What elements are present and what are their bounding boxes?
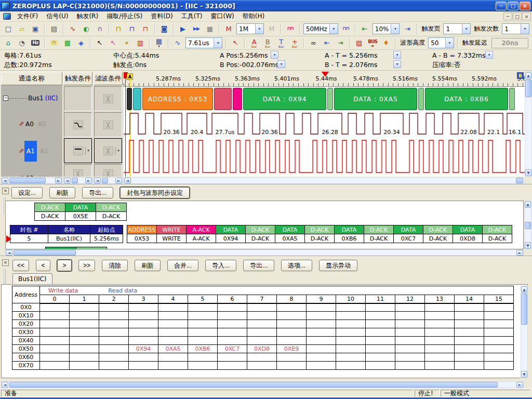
- memory-cell[interactable]: [336, 353, 366, 362]
- pulse-trigger-icon[interactable]: ⊓: [126, 23, 138, 35]
- memory-cell[interactable]: 0XC7: [218, 345, 247, 353]
- memory-cell[interactable]: [484, 312, 514, 320]
- clear-button[interactable]: 清除: [102, 260, 128, 271]
- channel-label[interactable]: A2: [25, 175, 34, 177]
- memory-cell[interactable]: [99, 312, 129, 320]
- icon-dropdown-arrow[interactable]: ▾: [158, 45, 159, 48]
- memory-cell[interactable]: 0XD8: [247, 345, 277, 353]
- memory-cell[interactable]: [158, 303, 188, 312]
- width-trigger-icon[interactable]: ⊓: [139, 23, 152, 35]
- import-button[interactable]: 导入...: [205, 260, 236, 271]
- memory-cell[interactable]: [188, 320, 218, 328]
- memory-cell[interactable]: [455, 320, 484, 328]
- memory-cell[interactable]: [129, 303, 158, 312]
- new-file-icon[interactable]: □: [2, 23, 15, 35]
- t-bar-icon[interactable]: TBar: [275, 37, 287, 49]
- memory-cell[interactable]: [247, 362, 277, 370]
- menu-item-6[interactable]: 窗口(W): [206, 11, 238, 21]
- compression-wave-icon[interactable]: ∿: [171, 37, 184, 49]
- memory-cell[interactable]: [307, 362, 336, 370]
- close-button[interactable]: ×: [520, 2, 530, 10]
- memory-cell[interactable]: [218, 320, 247, 328]
- memory-cell[interactable]: [336, 312, 366, 320]
- prev-page-button[interactable]: <: [36, 260, 50, 271]
- statistics-icon[interactable]: ▥: [134, 37, 147, 49]
- waveform-hscrollbar[interactable]: ◄: [124, 177, 525, 184]
- memory-cell[interactable]: [129, 353, 158, 362]
- pen-icon[interactable]: ✎: [19, 148, 24, 155]
- channel-a0-track[interactable]: 20.3620.427.7us20.3626.2820.3422.0822.11…: [124, 111, 525, 136]
- find-icon[interactable]: ∞: [307, 37, 320, 49]
- memory-cell[interactable]: [99, 303, 129, 312]
- waveform-mode-icon[interactable]: ▦▾: [153, 37, 165, 49]
- scroll-thumb[interactable]: [9, 382, 498, 388]
- zoom-bar-left-icon[interactable]: ⇤: [358, 23, 371, 35]
- memory-cell[interactable]: [218, 303, 247, 312]
- memory-cell[interactable]: [218, 328, 247, 337]
- memory-cell[interactable]: [455, 303, 484, 312]
- memory-cell[interactable]: [484, 353, 514, 362]
- memory-cell[interactable]: [307, 303, 336, 312]
- packet-waveform-sync-button[interactable]: 封包与波形同步设定: [120, 187, 190, 198]
- last-page-button[interactable]: >>: [78, 260, 95, 271]
- channel-a1-track[interactable]: [124, 137, 525, 176]
- add-bar-icon[interactable]: +Bar: [288, 37, 301, 49]
- memory-cell[interactable]: [366, 362, 395, 370]
- trigger-page-combo[interactable]: 1 ▾: [443, 23, 471, 34]
- scroll-left-arrow[interactable]: ◄: [94, 178, 101, 183]
- pen-icon[interactable]: ✎: [19, 121, 24, 128]
- memory-cell[interactable]: [395, 362, 425, 370]
- dropdown-arrow-icon[interactable]: ▾: [214, 38, 222, 48]
- scroll-thumb[interactable]: [9, 178, 46, 183]
- memory-cell[interactable]: [70, 353, 99, 362]
- memory-cell[interactable]: [70, 345, 99, 353]
- scroll-down-arrow[interactable]: ▼: [525, 169, 531, 176]
- memory-cell[interactable]: [366, 312, 395, 320]
- memory-cell[interactable]: [70, 320, 99, 328]
- memory-cell[interactable]: [247, 337, 277, 345]
- select-cursor-icon[interactable]: ↖: [94, 37, 106, 49]
- waveform-canvas[interactable]: 5.287ms5.325ms5.363ms5.401ms5.44ms5.478m…: [124, 72, 525, 177]
- memory-cell[interactable]: [455, 337, 484, 345]
- trigger-cell-a2[interactable]: ╳: [64, 164, 92, 177]
- memory-cell[interactable]: [307, 320, 336, 328]
- memory-panel-close-icon[interactable]: ×: [2, 259, 9, 266]
- memory-cell[interactable]: [395, 337, 425, 345]
- menu-item-3[interactable]: 撷取/停止(S): [102, 11, 147, 21]
- memory-cell[interactable]: [307, 345, 336, 353]
- memory-cell[interactable]: [425, 362, 455, 370]
- memory-cell[interactable]: [188, 362, 218, 370]
- goto-next-icon[interactable]: ⇥: [334, 37, 347, 49]
- bus-decode-icon[interactable]: BUS▬: [366, 37, 379, 49]
- dropdown-arrow-icon[interactable]: ▾: [462, 24, 470, 34]
- memory-cell[interactable]: [99, 328, 129, 337]
- memory-cell[interactable]: [484, 328, 514, 337]
- scroll-thumb[interactable]: [525, 222, 531, 229]
- memory-cell[interactable]: [99, 320, 129, 328]
- packet-vscrollbar[interactable]: ▲ ▼: [524, 201, 531, 249]
- memory-cell[interactable]: [247, 328, 277, 337]
- bus-name[interactable]: Bus1: [28, 95, 44, 102]
- memory-cell[interactable]: [484, 362, 514, 370]
- memory-cell[interactable]: [247, 312, 277, 320]
- memory-cell[interactable]: 0XB6: [188, 345, 218, 353]
- memory-cell[interactable]: [70, 362, 99, 370]
- memory-cell[interactable]: [247, 303, 277, 312]
- memory-cell[interactable]: [218, 353, 247, 362]
- memory-cell[interactable]: [129, 320, 158, 328]
- memory-cell[interactable]: [336, 362, 366, 370]
- menu-item-1[interactable]: 信号(U): [42, 11, 72, 21]
- memory-cell[interactable]: [484, 345, 514, 353]
- memory-cell[interactable]: [307, 328, 336, 337]
- memory-cell[interactable]: [395, 320, 425, 328]
- scroll-left-arrow[interactable]: ◄: [6, 250, 12, 256]
- scroll-left-arrow[interactable]: ◄: [64, 178, 71, 183]
- memory-cell[interactable]: [129, 312, 158, 320]
- stop-icon[interactable]: ■: [204, 23, 216, 35]
- memory-cell[interactable]: [70, 328, 99, 337]
- waveform-display-icon[interactable]: ⊓: [48, 37, 60, 49]
- trigger-hscrollbar[interactable]: ◄ ►: [63, 177, 92, 184]
- pulse-capture-icon[interactable]: ∩: [94, 23, 106, 35]
- memory-cell[interactable]: [484, 303, 514, 312]
- scroll-thumb[interactable]: [14, 250, 76, 256]
